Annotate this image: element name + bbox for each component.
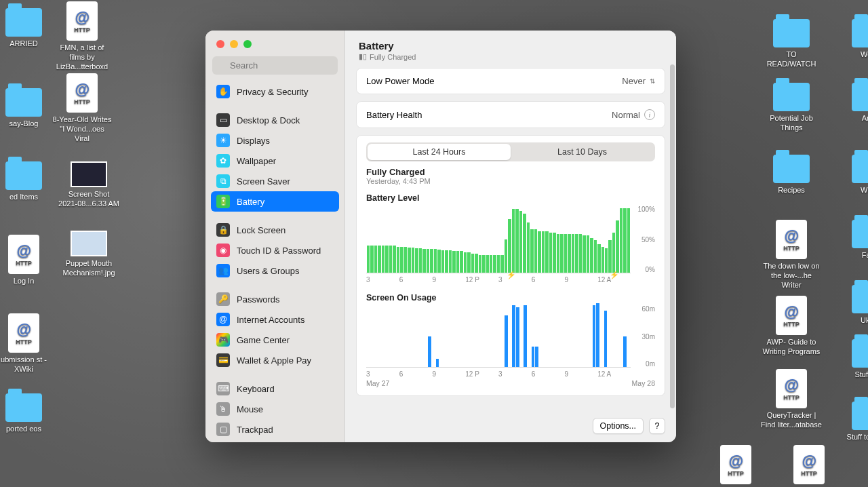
sidebar-item-label: Privacy & Security — [237, 87, 308, 97]
sidebar-item-trackpad[interactable]: ▢Trackpad — [211, 419, 339, 440]
help-button[interactable]: ? — [649, 418, 665, 434]
battery-icon: ▮▯ — [359, 52, 367, 61]
sidebar-item-mouse[interactable]: 🖱Mouse — [211, 399, 339, 419]
battery-health-label: Battery Health — [366, 110, 422, 120]
desktop-folder[interactable]: Ukule — [840, 285, 868, 326]
desktop-thumbnail[interactable]: Puppet Mouth Mechanism!.jpg — [58, 231, 119, 278]
sidebar-item-label: Users & Groups — [237, 266, 299, 276]
desktop-folder[interactable]: ed Items — [0, 161, 54, 202]
desktop-folder[interactable]: Webc — [840, 19, 868, 60]
desktop-folder[interactable]: Art S — [840, 83, 868, 123]
page-subtitle: ▮▯ Fully Charged — [359, 52, 663, 61]
sidebar-item-label: Internet Accounts — [237, 315, 304, 325]
mouse-icon: 🖱 — [216, 402, 230, 416]
screen-on-chart: 60m 30m 0m — [366, 305, 655, 368]
wallet-icon: 💳 — [216, 353, 230, 367]
info-icon[interactable]: i — [644, 109, 655, 120]
desktop-folder[interactable]: TO READ/WATCH — [761, 19, 822, 69]
desktop-file[interactable]: @HTTP8-Year-Old Writes "I Wond...oes Vir… — [52, 73, 113, 143]
sidebar-item-label: Lock Screen — [237, 225, 285, 235]
desktop-file[interactable]: @HTTPThe down low on the low-...he Write… — [761, 220, 822, 290]
sidebar-item-displays[interactable]: ☀Displays — [211, 130, 339, 151]
desktop-file[interactable]: @HTTPFMN, a list of films by LizBa...tte… — [52, 1, 113, 71]
gc-icon: 🎮 — [216, 333, 230, 347]
desktop-file[interactable]: @HTTPQueryTracker | Find liter...atabase — [761, 369, 822, 430]
options-button[interactable]: Options... — [593, 418, 644, 434]
at-icon: @ — [216, 313, 230, 326]
search-input[interactable] — [212, 56, 338, 75]
sidebar-item-label: Touch ID & Password — [237, 246, 321, 256]
desktop-folder[interactable]: Stuff to S — [840, 339, 868, 380]
sidebar-item-label: Mouse — [237, 404, 263, 414]
fully-charged-title: Fully Charged — [366, 167, 655, 177]
desktop-folder[interactable]: say-Blog — [0, 88, 54, 129]
sidebar-item-label: Wallet & Apple Pay — [237, 355, 311, 366]
close-icon[interactable] — [216, 40, 224, 48]
sidebar-item-battery[interactable]: 🔋Battery — [211, 191, 339, 212]
desktop-file[interactable]: @HTTP — [705, 445, 766, 487]
batt-icon: 🔋 — [216, 195, 230, 208]
desktop-folder[interactable]: Potential Job Things — [761, 83, 822, 133]
minimize-icon[interactable] — [230, 40, 238, 48]
dock-icon: ▭ — [216, 113, 230, 127]
time-range-segmented[interactable]: Last 24 Hours Last 10 Days — [366, 142, 655, 161]
finger-icon: ◉ — [216, 244, 230, 257]
sidebar-item-desktop-dock[interactable]: ▭Desktop & Dock — [211, 110, 339, 130]
sidebar-list[interactable]: ✋Privacy & Security▭Desktop & Dock☀Displ… — [205, 81, 344, 442]
desktop-file[interactable]: @HTTPLog In — [0, 235, 54, 286]
date-end: May 28 — [632, 379, 655, 387]
sidebar-item-touch-id-password[interactable]: ◉Touch ID & Password — [211, 240, 339, 260]
desktop-file[interactable]: @HTTP — [778, 445, 840, 487]
tab-last-24-hours[interactable]: Last 24 Hours — [368, 144, 511, 160]
sidebar-item-label: Keyboard — [237, 384, 275, 394]
low-power-mode-row[interactable]: Low Power Mode Never⇅ — [357, 69, 665, 94]
flower-icon: ✿ — [216, 154, 230, 168]
track-icon: ▢ — [216, 423, 230, 436]
low-power-value: Never — [622, 76, 646, 86]
sidebar-item-screen-saver[interactable]: ⧉Screen Saver — [211, 171, 339, 191]
low-power-label: Low Power Mode — [366, 76, 434, 86]
sidebar-item-lock-screen[interactable]: 🔒Lock Screen — [211, 220, 339, 240]
sidebar-item-label: Desktop & Dock — [237, 115, 300, 125]
desktop-file[interactable]: @HTTPAWP- Guide to Writing Programs — [761, 296, 822, 357]
desktop-folder[interactable]: ARRIED — [0, 8, 54, 49]
hand-icon: ✋ — [216, 85, 230, 98]
desktop-folder[interactable]: ported eos — [0, 393, 54, 434]
desktop-folder[interactable]: Writin — [840, 155, 868, 195]
sidebar-item-keyboard[interactable]: ⌨Keyboard — [211, 378, 339, 399]
sidebar-item-label: Wallpaper — [237, 156, 276, 166]
tab-last-10-days[interactable]: Last 10 Days — [511, 144, 654, 160]
window-controls — [205, 31, 344, 54]
sidebar-item-passwords[interactable]: 🔑Passwords — [211, 289, 339, 309]
maximize-icon[interactable] — [243, 40, 252, 48]
battery-level-title: Battery Level — [366, 193, 655, 203]
desktop-thumbnail[interactable]: Screen Shot 2021-08...6.33 AM — [58, 161, 119, 209]
sidebar-item-internet-accounts[interactable]: @Internet Accounts — [211, 309, 339, 330]
sidebar-item-game-center[interactable]: 🎮Game Center — [211, 330, 339, 350]
sidebar-item-wallet-apple-pay[interactable]: 💳Wallet & Apple Pay — [211, 350, 339, 370]
scrollbar[interactable] — [670, 64, 675, 408]
sun-icon: ☀ — [216, 134, 230, 147]
page-title: Battery — [359, 40, 663, 52]
battery-health-row[interactable]: Battery Health Normali — [357, 102, 665, 128]
sidebar-item-label: Displays — [237, 136, 270, 146]
desktop-folder[interactable]: Stuff to Buy M — [840, 402, 868, 442]
screen-icon: ⧉ — [216, 174, 230, 188]
sidebar-item-printers-scanners[interactable]: 🖨Printers & Scanners — [211, 440, 339, 442]
sidebar-item-label: Game Center — [237, 335, 290, 345]
sidebar-item-users-groups[interactable]: 👥Users & Groups — [211, 260, 339, 281]
sidebar-item-privacy-security[interactable]: ✋Privacy & Security — [211, 81, 339, 102]
screen-on-title: Screen On Usage — [366, 293, 655, 303]
desktop-file[interactable]: @HTTPubmission st - XWiki — [0, 313, 54, 374]
system-settings-window: 🔍 ✋Privacy & Security▭Desktop & Dock☀Dis… — [205, 31, 676, 442]
sidebar-item-label: Screen Saver — [237, 176, 290, 187]
lock-icon: 🔒 — [216, 223, 230, 237]
date-start: May 27 — [366, 379, 389, 387]
desktop-folder[interactable]: Recipes — [761, 155, 822, 195]
kb-icon: ⌨ — [216, 382, 230, 395]
sidebar-item-label: Trackpad — [237, 425, 273, 435]
sidebar-item-label: Passwords — [237, 294, 280, 305]
fully-charged-time: Yesterday, 4:43 PM — [366, 177, 655, 185]
desktop-folder[interactable]: Fanfi — [840, 220, 868, 260]
sidebar-item-wallpaper[interactable]: ✿Wallpaper — [211, 151, 339, 171]
